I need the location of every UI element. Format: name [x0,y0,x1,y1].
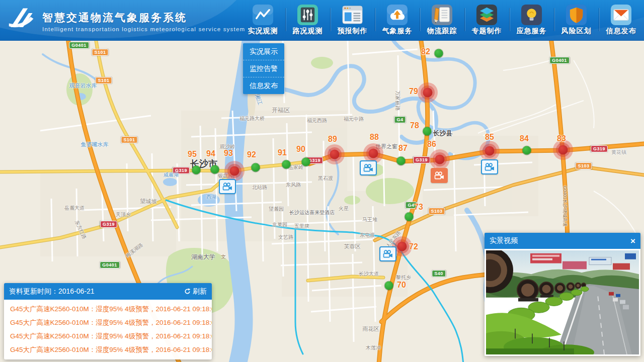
nav-item-实况观测[interactable]: 实况观测 [240,0,285,40]
station-marker-label: 70 [397,281,406,290]
alert-row: G45大广高速K2560-010M：湿度95% 4级预警，2016-06-21 … [4,343,212,356]
alert-row: G45大广高速K2560-010M：湿度95% 4级预警，2016-06-21 … [4,316,212,329]
video-camera-icon[interactable] [431,168,448,183]
road-shield: S101 [95,77,112,84]
road-shield: G0401 [549,57,570,64]
video-camera-icon[interactable] [219,179,236,194]
map-place-label: 观沙岭 [220,143,235,150]
map-place-label: 北站路 [252,184,267,191]
pencil-doc-icon [431,4,453,26]
road-shield: S101 [121,136,137,143]
station-marker-90[interactable] [302,158,310,166]
station-marker-84[interactable] [523,146,531,155]
map-place-label: 马王堆 [362,216,377,223]
dropdown-item-监控告警[interactable]: 监控告警 [243,60,284,77]
road-shield: S101 [92,49,108,56]
dropdown-item-实况展示[interactable]: 实况展示 [243,43,284,60]
alert-update-time: 资料更新时间：2016-06-21 [9,287,184,296]
map-place-label: 福元西路 [307,117,327,124]
dropdown-item-信息发布[interactable]: 信息发布 [243,77,284,94]
road-shield: S103 [575,162,592,169]
map-place-label: 开福区 [272,106,290,115]
trend-chart-icon [252,4,274,26]
map-place-label: 文 [221,253,226,260]
nav-item-风险区划[interactable]: 风险区划 [554,0,599,40]
map-place-label: 东屯渡 [360,232,375,239]
map-place-label: 火星 [339,205,349,212]
road-shield: G319 [413,156,430,163]
map-place-label: 梅溪湖路 [124,241,144,259]
station-marker-78[interactable] [423,127,432,136]
map-place-label: 雨花区 [363,325,379,333]
nav-item-专题制作[interactable]: 专题制作 [464,0,509,40]
cloud-upload-icon [386,4,408,26]
nav-item-label: 信息发布 [606,27,636,36]
nav-item-label: 风险区划 [561,27,592,36]
station-marker-82[interactable] [435,49,443,58]
station-marker-91[interactable] [282,160,291,169]
station-marker-89-alert[interactable] [325,144,345,164]
shield-icon [566,4,587,26]
road-shield: G319 [100,221,117,228]
video-camera-icon[interactable] [379,246,396,261]
nav-item-气象服务[interactable]: 气象服务 [375,0,420,40]
layers-icon [476,4,498,26]
station-marker-83-alert[interactable] [553,140,573,160]
map-place-label: 望城坡 [140,198,157,205]
station-marker-label: 94 [206,149,215,158]
video-camera-icon[interactable] [481,159,498,174]
station-marker-label: 86 [427,140,436,149]
map-place-label: 鱼婆嘴水库 [81,141,109,148]
alert-list: G45大广高速K2560-010M：湿度95% 4级预警，2016-06-21 … [4,300,212,359]
refresh-icon [184,288,191,295]
station-marker-label: 82 [421,47,430,56]
station-marker-73[interactable] [405,213,414,221]
station-marker-94[interactable] [211,165,219,174]
refresh-label: 刷新 [193,287,207,296]
nav-item-label: 物流跟踪 [427,27,457,36]
station-marker-label: 89 [328,135,337,144]
map-place-label: 长沙运达喜来登酒店 [289,209,335,216]
live-observation-dropdown: 实况展示监控告警信息发布 [243,43,284,94]
alert-row: G45大广高速K2560-010M：湿度95% 4级预警，2016-06-21 … [4,302,212,316]
station-marker-86-alert[interactable] [430,149,450,169]
refresh-button[interactable]: 刷新 [184,287,207,296]
video-frame [485,249,640,356]
nav-item-物流跟踪[interactable]: 物流跟踪 [420,0,464,40]
station-marker-95[interactable] [192,166,201,174]
nav-item-预报制作[interactable]: 预报制作 [330,0,375,40]
nav-item-label: 预报制作 [338,27,368,36]
nav-item-路况观测[interactable]: 路况观测 [285,0,330,40]
station-marker-85-alert[interactable] [479,141,500,161]
station-marker-label: 79 [409,87,418,96]
map-place-label: 黄花镇 [611,149,626,156]
map-place-label: 福元路大桥 [239,115,265,122]
app-logo-icon [7,4,37,35]
station-marker-79-alert[interactable] [418,82,438,103]
nav-item-应急服务[interactable]: 应急服务 [509,0,554,40]
nav-item-label: 应急服务 [517,27,547,36]
station-marker-87[interactable] [397,157,406,165]
nav-item-label: 专题制作 [472,27,502,36]
road-shield: S40 [432,270,446,277]
nav-item-label: 气象服务 [382,27,413,36]
station-marker-92[interactable] [252,163,260,172]
map-place-label: 岳麓大道 [64,205,85,212]
video-camera-icon[interactable] [360,160,377,175]
nav-item-label: 路况观测 [293,27,323,36]
close-icon[interactable]: × [630,237,635,245]
station-marker-label: 95 [188,150,197,159]
map-place-label: 湖南大学 [191,253,215,261]
road-shield: G319 [591,145,608,152]
station-marker-label: 91 [278,148,287,157]
alert-panel: 资料更新时间：2016-06-21 刷新 G45大广高速K2560-010M：湿… [4,283,212,359]
nav-item-信息发布[interactable]: 信息发布 [599,0,643,40]
station-marker-label: 88 [370,133,379,142]
map-place-label: 黎托乡 [396,274,411,281]
station-marker-70[interactable] [385,282,393,290]
station-marker-label: 84 [520,134,529,143]
map-place-label: 天顶乡 [116,211,131,218]
station-marker-93-alert[interactable] [224,161,245,181]
map-place-label: 木莲冲 [366,344,381,351]
main-nav: 实况观测路况观测预报制作气象服务物流跟踪专题制作应急服务风险区划信息发布 [240,0,644,40]
